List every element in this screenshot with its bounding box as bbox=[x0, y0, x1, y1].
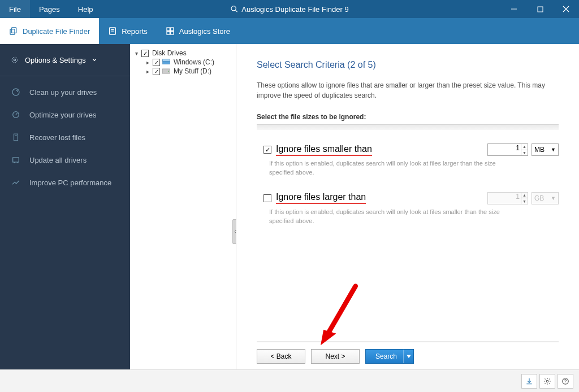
optimize-icon bbox=[11, 110, 20, 119]
svg-marker-31 bbox=[407, 355, 411, 358]
svg-point-16 bbox=[14, 59, 15, 60]
ribbon-tabs: Duplicate File Finder Reports Auslogics … bbox=[0, 18, 579, 44]
tree-node-windows-c[interactable]: ▸ ✓ Windows (C:) bbox=[133, 58, 232, 67]
svg-rect-20 bbox=[14, 134, 18, 141]
options-and-settings[interactable]: Options & Settings bbox=[0, 44, 130, 76]
sidebar-item-label: Recover lost files bbox=[29, 133, 85, 142]
reports-icon bbox=[108, 27, 117, 36]
status-help-button[interactable] bbox=[558, 374, 573, 389]
sidebar-item-optimize-drives[interactable]: Optimize your drives bbox=[0, 103, 130, 126]
svg-rect-3 bbox=[538, 7, 543, 12]
ignore-smaller-label: Ignore files smaller than bbox=[276, 144, 372, 156]
ignore-larger-label: Ignore files larger than bbox=[276, 192, 366, 204]
status-settings-button[interactable] bbox=[539, 374, 555, 389]
back-button[interactable]: < Back bbox=[257, 349, 305, 364]
section-label: Select the file sizes to be ignored: bbox=[257, 113, 559, 121]
sidebar-item-label: Clean up your drives bbox=[29, 88, 97, 97]
section-divider bbox=[257, 124, 559, 130]
ignore-larger-value-input[interactable]: 1 ▲▼ bbox=[487, 192, 528, 204]
checkbox[interactable]: ✓ bbox=[153, 68, 160, 75]
sidebar-item-label: Optimize your drives bbox=[29, 111, 96, 119]
cleanup-icon bbox=[11, 88, 20, 97]
maximize-button[interactable] bbox=[527, 0, 553, 18]
ignore-smaller-value-input[interactable]: 1 ▲▼ bbox=[487, 143, 528, 156]
search-split-dropdown[interactable] bbox=[403, 350, 413, 363]
sidebar-item-label: Update all drivers bbox=[29, 156, 87, 164]
page-heading: Select Search Criteria (2 of 5) bbox=[257, 60, 559, 70]
tab-duplicate-file-finder[interactable]: Duplicate File Finder bbox=[0, 18, 99, 44]
sidebar-item-label: Improve PC performance bbox=[29, 178, 111, 187]
ignore-larger-unit-select[interactable]: GB ▼ bbox=[532, 192, 559, 204]
tab-reports[interactable]: Reports bbox=[99, 18, 157, 44]
ignore-larger-help: If this option is enabled, duplicates se… bbox=[257, 208, 517, 226]
sidebar-item-clean-drives[interactable]: Clean up your drives bbox=[0, 81, 130, 103]
svg-rect-13 bbox=[167, 32, 170, 34]
chevron-down-icon: ▼ bbox=[551, 195, 556, 201]
close-button[interactable] bbox=[553, 0, 579, 18]
svg-rect-6 bbox=[12, 28, 16, 33]
svg-point-34 bbox=[546, 380, 548, 382]
svg-rect-12 bbox=[170, 28, 173, 31]
menu-file[interactable]: File bbox=[0, 0, 30, 18]
wizard-button-bar: < Back Next > Search bbox=[257, 341, 559, 369]
sidebar-item-update-drivers[interactable]: Update all drivers bbox=[0, 149, 130, 171]
svg-point-28 bbox=[168, 71, 169, 72]
store-icon bbox=[166, 27, 175, 36]
spin-down-icon: ▼ bbox=[521, 150, 528, 156]
ignore-smaller-checkbox[interactable]: ✓ bbox=[263, 146, 271, 154]
app-title: Auslogics Duplicate File Finder 9 bbox=[230, 5, 348, 14]
spinner[interactable]: ▲▼ bbox=[521, 193, 528, 204]
spinner[interactable]: ▲▼ bbox=[521, 144, 528, 155]
help-icon bbox=[561, 377, 569, 385]
ignore-larger-checkbox[interactable] bbox=[263, 194, 271, 202]
svg-line-29 bbox=[327, 286, 356, 335]
minimize-button[interactable] bbox=[501, 0, 527, 18]
tree-node-mystuff-d[interactable]: ▸ ✓ My Stuff (D:) bbox=[133, 67, 232, 76]
caret-down-icon[interactable]: ▾ bbox=[133, 50, 139, 56]
spin-up-icon: ▲ bbox=[521, 193, 528, 199]
gear-icon bbox=[543, 377, 551, 385]
caret-right-icon[interactable]: ▸ bbox=[145, 59, 150, 66]
performance-icon bbox=[11, 178, 20, 187]
checkbox[interactable]: ✓ bbox=[153, 59, 160, 66]
search-button[interactable]: Search bbox=[365, 349, 414, 364]
download-icon bbox=[525, 377, 533, 385]
checkbox[interactable]: ✓ bbox=[141, 50, 149, 57]
ignore-smaller-help: If this option is enabled, duplicates se… bbox=[257, 159, 517, 177]
page-description: These options allow to ignore files that… bbox=[257, 80, 551, 101]
chevron-down-icon: ▼ bbox=[551, 147, 556, 153]
magnifier-icon bbox=[230, 5, 238, 13]
chevron-down-icon bbox=[407, 354, 411, 359]
svg-rect-14 bbox=[170, 32, 173, 34]
sidebar: Options & Settings Clean up your drives … bbox=[0, 44, 130, 369]
chevron-down-icon bbox=[92, 57, 97, 63]
svg-line-19 bbox=[16, 113, 18, 115]
svg-rect-7 bbox=[10, 29, 15, 34]
svg-point-15 bbox=[12, 57, 17, 62]
menu-pages[interactable]: Pages bbox=[30, 0, 69, 18]
svg-rect-26 bbox=[163, 59, 170, 62]
spin-up-icon: ▲ bbox=[521, 144, 528, 150]
caret-right-icon[interactable]: ▸ bbox=[145, 68, 150, 75]
sidebar-item-recover-files[interactable]: Recover lost files bbox=[0, 126, 130, 149]
sidebar-item-improve-performance[interactable]: Improve PC performance bbox=[0, 171, 130, 194]
svg-point-36 bbox=[565, 382, 566, 383]
wizard-content: Select Search Criteria (2 of 5) These op… bbox=[236, 44, 579, 369]
drive-icon bbox=[162, 59, 170, 66]
svg-point-17 bbox=[12, 89, 19, 95]
spin-down-icon: ▼ bbox=[521, 198, 528, 204]
ignore-smaller-unit-select[interactable]: MB ▼ bbox=[532, 143, 559, 156]
update-icon bbox=[11, 155, 20, 164]
tree-root-disk-drives[interactable]: ▾ ✓ Disk Drives bbox=[133, 49, 232, 58]
duplicate-icon bbox=[9, 27, 18, 36]
svg-rect-22 bbox=[13, 158, 19, 162]
status-bar bbox=[0, 369, 579, 392]
tab-auslogics-store[interactable]: Auslogics Store bbox=[157, 18, 239, 44]
next-button[interactable]: Next > bbox=[311, 349, 360, 364]
drive-tree-panel: ▾ ✓ Disk Drives ▸ ✓ Windows (C:) ▸ ✓ My … bbox=[130, 44, 236, 369]
drive-icon bbox=[162, 68, 170, 74]
annotation-arrow-icon bbox=[316, 281, 366, 349]
menu-help[interactable]: Help bbox=[69, 0, 102, 18]
status-download-button[interactable] bbox=[521, 374, 537, 389]
svg-point-0 bbox=[231, 6, 236, 11]
